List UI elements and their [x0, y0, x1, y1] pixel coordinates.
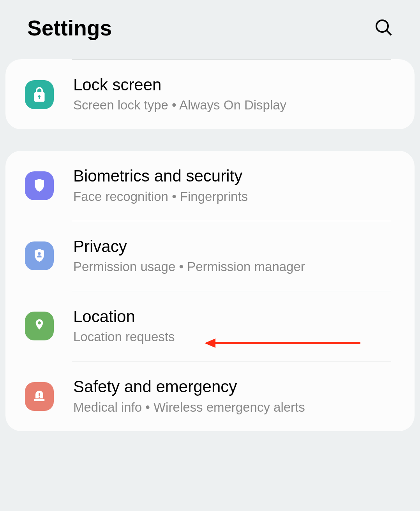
- settings-item-biometrics[interactable]: Biometrics and security Face recognition…: [5, 151, 415, 220]
- svg-rect-3: [34, 399, 45, 401]
- item-title: Location: [73, 307, 175, 326]
- page-title: Settings: [27, 16, 112, 41]
- item-subtitle: Location requests: [73, 329, 175, 345]
- item-text: Lock screen Screen lock type • Always On…: [73, 75, 286, 114]
- item-icon-wrap: [25, 382, 54, 411]
- item-subtitle: Screen lock type • Always On Display: [73, 97, 286, 114]
- item-text: Safety and emergency Medical info • Wire…: [73, 377, 305, 416]
- settings-group: Biometrics and security Face recognition…: [5, 151, 415, 431]
- item-icon-wrap: [25, 80, 54, 109]
- header: Settings: [0, 0, 420, 59]
- item-icon-wrap: [25, 171, 54, 200]
- item-subtitle: Face recognition • Fingerprints: [73, 189, 248, 205]
- shield-person-icon: [32, 248, 46, 264]
- settings-item-lock-screen[interactable]: Lock screen Screen lock type • Always On…: [5, 60, 415, 129]
- svg-point-5: [39, 396, 40, 398]
- svg-point-0: [376, 20, 388, 32]
- item-title: Biometrics and security: [73, 166, 248, 186]
- item-text: Location Location requests: [73, 307, 175, 345]
- svg-point-2: [38, 252, 41, 255]
- settings-item-location[interactable]: Location Location requests: [5, 291, 415, 361]
- lock-icon: [32, 86, 46, 103]
- item-title: Safety and emergency: [73, 377, 305, 396]
- shield-icon: [32, 178, 46, 194]
- svg-line-1: [386, 30, 391, 35]
- search-button[interactable]: [374, 18, 393, 38]
- item-title: Privacy: [73, 237, 305, 256]
- item-icon-wrap: [25, 241, 54, 270]
- item-icon-wrap: [25, 312, 54, 340]
- search-icon: [374, 18, 393, 37]
- settings-item-privacy[interactable]: Privacy Permission usage • Permission ma…: [5, 221, 415, 291]
- item-subtitle: Permission usage • Permission manager: [73, 259, 305, 275]
- location-pin-icon: [33, 318, 46, 334]
- svg-rect-4: [39, 393, 40, 396]
- item-text: Biometrics and security Face recognition…: [73, 166, 248, 205]
- item-text: Privacy Permission usage • Permission ma…: [73, 237, 305, 275]
- settings-item-safety[interactable]: Safety and emergency Medical info • Wire…: [5, 361, 415, 431]
- item-subtitle: Medical info • Wireless emergency alerts: [73, 399, 305, 416]
- item-title: Lock screen: [73, 75, 286, 95]
- settings-group: Lock screen Screen lock type • Always On…: [5, 59, 415, 129]
- emergency-icon: [32, 389, 47, 404]
